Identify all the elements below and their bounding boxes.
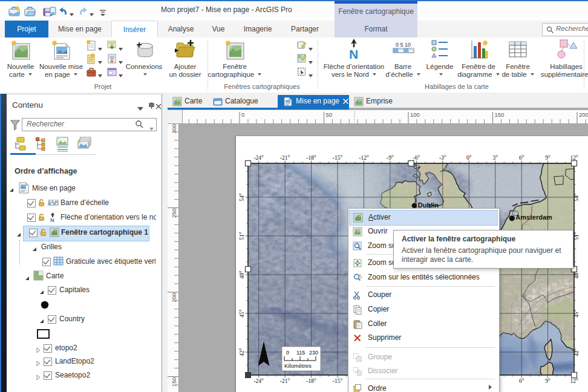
svg-text:42°: 42° xyxy=(573,348,580,356)
svg-text:12°: 12° xyxy=(570,378,578,384)
svg-text:0: 0 xyxy=(286,350,289,356)
svg-text:54°: 54° xyxy=(239,193,245,201)
svg-text:150: 150 xyxy=(495,111,505,118)
svg-text:51°: 51° xyxy=(239,232,245,240)
svg-text:45°: 45° xyxy=(573,309,580,318)
svg-text:-24°: -24° xyxy=(253,378,264,384)
svg-text:250: 250 xyxy=(171,209,177,218)
svg-text:Amsterdam: Amsterdam xyxy=(515,214,552,221)
svg-text:-12°: -12° xyxy=(359,155,369,161)
svg-text:0°: 0° xyxy=(466,155,472,161)
svg-text:-6°: -6° xyxy=(413,155,420,161)
svg-text:9°: 9° xyxy=(545,155,550,161)
svg-text:9°: 9° xyxy=(545,378,550,384)
svg-text:-18°: -18° xyxy=(306,155,316,161)
svg-text:300: 300 xyxy=(171,124,177,134)
svg-text:115: 115 xyxy=(296,350,305,356)
svg-text:200: 200 xyxy=(579,111,588,118)
svg-text:Kilomètres: Kilomètres xyxy=(284,362,312,369)
svg-text:3°: 3° xyxy=(492,155,498,161)
svg-text:50: 50 xyxy=(326,111,333,118)
svg-text:230: 230 xyxy=(309,350,318,356)
svg-text:12°: 12° xyxy=(570,155,578,161)
svg-text:-15°: -15° xyxy=(333,378,343,384)
svg-text:51°: 51° xyxy=(573,232,580,240)
svg-text:-18°: -18° xyxy=(306,378,316,384)
svg-text:0: 0 xyxy=(241,111,244,118)
svg-text:6°: 6° xyxy=(519,378,524,384)
svg-text:-21°: -21° xyxy=(280,155,290,161)
svg-text:150: 150 xyxy=(171,377,177,387)
svg-text:0 5 10: 0 5 10 xyxy=(48,199,59,203)
svg-text:200: 200 xyxy=(171,293,177,302)
svg-text:-3°: -3° xyxy=(439,155,446,161)
svg-text:N: N xyxy=(349,47,358,61)
svg-text:6°: 6° xyxy=(519,155,524,161)
svg-text:42°: 42° xyxy=(239,348,245,356)
svg-text:54°: 54° xyxy=(573,193,580,201)
svg-text:-9°: -9° xyxy=(387,155,394,161)
svg-text:-15°: -15° xyxy=(333,155,343,161)
svg-text:N: N xyxy=(50,217,54,223)
svg-text:0 5 10: 0 5 10 xyxy=(396,42,411,48)
svg-text:-21°: -21° xyxy=(280,378,290,384)
svg-text:48°: 48° xyxy=(239,270,245,279)
svg-text:100: 100 xyxy=(410,111,420,118)
svg-text:45°: 45° xyxy=(239,309,245,318)
svg-text:-24°: -24° xyxy=(253,155,264,161)
